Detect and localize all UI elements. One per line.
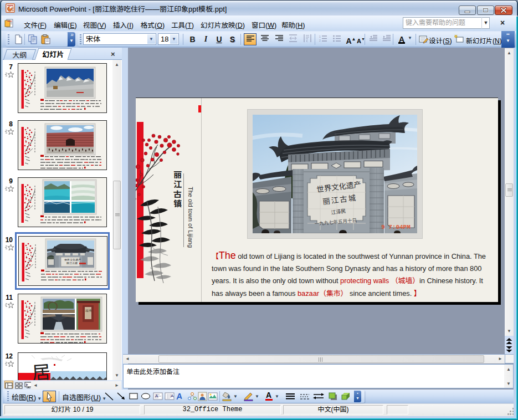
svg-text:A: A — [176, 391, 183, 401]
svg-text:2: 2 — [319, 39, 321, 42]
svg-text:A: A — [155, 393, 158, 398]
svg-text:居: 居 — [31, 357, 51, 380]
svg-text:1: 1 — [319, 35, 321, 38]
svg-text:拉市: 拉市 — [85, 308, 92, 313]
svg-text:A: A — [171, 393, 174, 398]
svg-text:9 7:04PM: 9 7:04PM — [381, 224, 411, 231]
svg-text:丽江古城: 丽江古城 — [66, 261, 78, 265]
